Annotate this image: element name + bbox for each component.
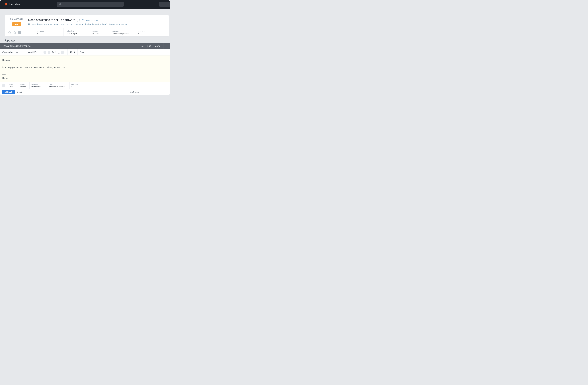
ticket-left: #SL0005812 NEW — [8, 18, 25, 26]
tag-chip-icon[interactable] — [18, 31, 21, 34]
minus-icon — [166, 46, 168, 46]
compose-to-label: To: — [2, 45, 6, 47]
compose-panel: To: alex.morgan@gmail.net Cc Bcc More Ca… — [0, 43, 170, 95]
meta-value: Medium — [92, 33, 106, 35]
topbar: helpdesk — [0, 0, 170, 9]
meta-priority[interactable]: priority Medium — [89, 28, 109, 36]
meta-due-date[interactable]: due date ~ — [135, 28, 169, 36]
cm-value: No change — [31, 85, 44, 88]
cm-value: Medium — [20, 85, 27, 88]
compose-header: To: alex.morgan@gmail.net Cc Bcc More — [0, 43, 170, 49]
meta-label: priority — [92, 30, 106, 32]
font-label: Font — [70, 51, 75, 54]
compose-meta-assignee[interactable]: assignee No change — [29, 82, 47, 89]
insert-kb-label: Insert KB — [27, 51, 37, 54]
size-dropdown[interactable]: Size — [78, 49, 170, 55]
compose-meta-chip-icon[interactable] — [2, 84, 5, 87]
cm-label: priority — [20, 83, 27, 85]
format-group: B I U — [41, 49, 68, 55]
minimize-button[interactable] — [163, 43, 170, 49]
ticket-description: Hi team, I need some volunteers who can … — [28, 23, 166, 26]
search-wrap — [57, 2, 124, 7]
cm-label: due date — [71, 83, 167, 85]
updates-title: Updates — [5, 39, 169, 42]
canned-action-label: Canned Action — [2, 51, 18, 54]
meta-value: Application process — [112, 33, 131, 35]
ticket-title: Need assistance to set up hardware — [28, 18, 75, 22]
search-input[interactable] — [57, 2, 124, 7]
format-chip-3-icon[interactable] — [61, 51, 64, 54]
star-icon[interactable] — [8, 31, 11, 34]
brand-name: helpdesk — [9, 2, 22, 6]
meta-value: ~ — [138, 33, 166, 35]
main: #SL0005812 NEW Need assistance to set up… — [0, 9, 170, 47]
brand: helpdesk — [4, 2, 22, 6]
compose-meta-row: status New priority Medium assignee No c… — [0, 82, 170, 89]
topbar-right-button[interactable] — [159, 2, 170, 7]
cc-button[interactable]: Cc — [141, 45, 144, 47]
compose-to-value: alex.morgan@gmail.net — [6, 45, 31, 47]
svg-marker-1 — [13, 31, 16, 34]
ticket-action-icons — [5, 28, 34, 36]
cm-label: category — [49, 83, 66, 85]
brand-logo-icon — [4, 2, 8, 6]
ticket-card: #SL0005812 NEW Need assistance to set up… — [5, 15, 169, 36]
format-chip-1-icon[interactable] — [43, 51, 46, 54]
compose-meta-due-date[interactable]: due date ~ — [69, 82, 170, 89]
status-badge: NEW — [12, 22, 21, 26]
draft-saved-label: Draft saved — [130, 91, 168, 93]
format-chip-2-icon[interactable] — [48, 51, 50, 54]
compose-toolbar: Canned Action Insert KB B I U Font Size — [0, 49, 170, 56]
size-label: Size — [80, 51, 84, 54]
underline-button[interactable]: U — [58, 51, 59, 54]
ticket-time: 28 minutes ago — [82, 19, 98, 21]
ticket-reply-count: (3) — [77, 19, 80, 22]
italic-button[interactable]: I — [55, 51, 56, 54]
meta-raised-by: raised by Alex Morgan — [63, 28, 89, 36]
cm-label: status — [9, 83, 15, 85]
compose-meta-priority[interactable]: priority Medium — [18, 82, 29, 89]
compose-meta-category[interactable]: category Application process — [47, 82, 69, 89]
app-root: helpdesk #SL0005812 NEW Need assistance … — [0, 0, 170, 95]
svg-marker-0 — [8, 31, 11, 34]
add-reply-button[interactable]: Add Reply — [2, 90, 15, 94]
compose-footer: Add Reply Reset Draft saved — [0, 89, 170, 95]
compose-body[interactable]: Dear Alex, I can help you do that. Let m… — [0, 56, 170, 82]
cm-label: assignee — [31, 83, 44, 85]
ticket-title-row: Need assistance to set up hardware (3) 2… — [28, 18, 166, 22]
font-dropdown[interactable]: Font — [68, 49, 78, 55]
meta-value: Alex Morgan — [67, 33, 86, 35]
bold-button[interactable]: B — [52, 51, 54, 54]
ticket-body: Need assistance to set up hardware (3) 2… — [28, 18, 166, 26]
more-button[interactable]: More — [154, 45, 160, 47]
ticket-id: #SL0005812 — [10, 18, 23, 21]
meta-assignee[interactable]: assignee ~ — [34, 28, 63, 36]
star-outline-icon[interactable] — [13, 31, 16, 34]
meta-label: due date — [138, 30, 166, 32]
search-icon — [59, 3, 61, 5]
canned-action-button[interactable]: Canned Action — [0, 49, 22, 55]
cm-value: Application process — [49, 85, 66, 88]
meta-label: assignee — [37, 30, 60, 32]
bcc-button[interactable]: Bcc — [147, 45, 151, 47]
compose-meta-status[interactable]: status New — [7, 82, 18, 89]
cm-value: ~ — [71, 85, 167, 88]
compose-header-actions: Cc Bcc More — [141, 43, 167, 49]
meta-label: raised by — [67, 30, 86, 32]
meta-label: category — [112, 30, 131, 32]
ticket-meta-row: assignee ~ raised by Alex Morgan priorit… — [5, 28, 169, 36]
insert-kb-button[interactable]: Insert KB — [22, 49, 41, 55]
reset-button[interactable]: Reset — [17, 91, 22, 93]
meta-value: ~ — [37, 33, 60, 35]
cm-value: New — [9, 85, 15, 88]
compose-to: To: alex.morgan@gmail.net — [2, 45, 31, 47]
meta-category[interactable]: category Application process — [109, 28, 135, 36]
ticket-header: #SL0005812 NEW Need assistance to set up… — [5, 15, 169, 28]
